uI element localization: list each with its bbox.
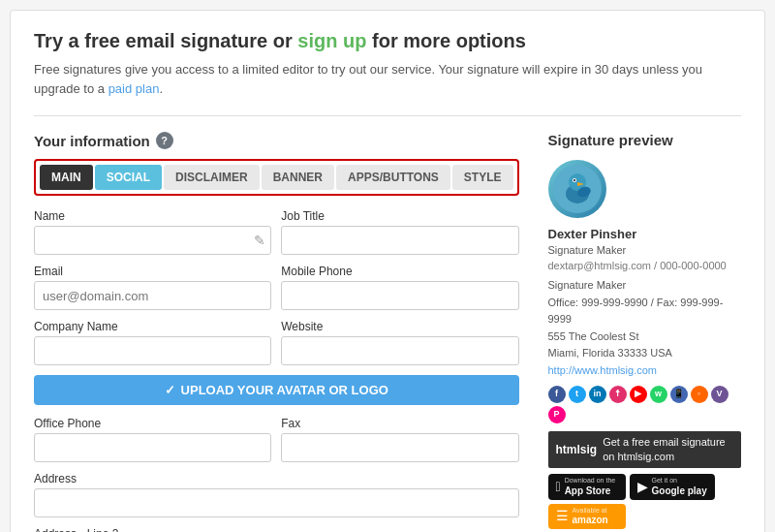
sig-title: Signature Maker (548, 243, 742, 258)
office-fax-row: Office Phone Fax (34, 417, 519, 462)
sig-htmlsig-banner[interactable]: htmlsig Get a free email signature on ht… (548, 431, 742, 469)
googleplay-badge[interactable]: ▶ Get it on Google play (630, 474, 715, 499)
tabs-wrapper: MAIN SOCIAL DISCLAIMER BANNER APPS/BUTTO… (34, 159, 519, 196)
name-group: Name ✎ (34, 209, 271, 255)
tab-banner[interactable]: BANNER (262, 165, 334, 190)
googleplay-icon: ▶ (637, 478, 648, 497)
sig-social-icons: f t in ☨ ▶ w 📱 ◦ V P (548, 386, 742, 423)
upload-avatar-button[interactable]: ✓ UPLOAD YOUR AVATAR OR LOGO (34, 375, 519, 405)
page-title: Try a free email signature or sign up fo… (34, 30, 741, 52)
name-input[interactable] (34, 226, 271, 255)
address-label: Address (34, 472, 519, 485)
amazon-badge[interactable]: ☰ Available at amazon (548, 504, 626, 529)
name-label: Name (34, 209, 271, 223)
company-website-row: Company Name Website (34, 320, 519, 365)
jobtitle-label: Job Title (281, 209, 518, 223)
mobile-group: Mobile Phone (281, 265, 518, 310)
social-vimeo-icon[interactable]: V (711, 386, 728, 403)
amazon-icon: ☰ (556, 507, 569, 526)
sig-name: Dexter Pinsher (548, 226, 742, 243)
social-facebook-icon[interactable]: f (548, 386, 566, 403)
email-label: Email (34, 265, 271, 278)
sig-address: 555 The Coolest St (548, 329, 742, 346)
banner-text: Get a free email signature on htmlsig.co… (603, 435, 733, 465)
appstore-text: Download on the App Store (565, 477, 616, 496)
bird-avatar-svg (553, 165, 602, 213)
company-input[interactable] (34, 336, 271, 365)
address-group: Address (34, 472, 519, 517)
website-input[interactable] (281, 336, 518, 365)
social-instagram-icon[interactable]: ☨ (609, 386, 627, 403)
sig-city: Miami, Florida 33333 USA (548, 345, 742, 362)
address-row: Address (34, 472, 519, 517)
address2-group: Address - Line 2 (34, 527, 519, 532)
upload-icon: ✓ (165, 383, 175, 397)
sig-avatar (548, 160, 606, 218)
sig-contact-email: dextarp@htmlsig.com / 000-000-0000 (548, 259, 742, 273)
email-mobile-row: Email Mobile Phone (34, 265, 519, 310)
address2-row: Address - Line 2 (34, 527, 519, 532)
help-icon[interactable]: ? (156, 132, 173, 149)
fax-group: Fax (281, 417, 518, 462)
paid-plan-link[interactable]: paid plan (108, 81, 160, 96)
social-twitter-icon[interactable]: t (569, 386, 586, 403)
sig-company-name: Signature Maker (548, 277, 742, 295)
fax-label: Fax (281, 417, 518, 430)
website-group: Website (281, 320, 518, 365)
social-linkedin-icon[interactable]: in (589, 386, 606, 403)
signup-link[interactable]: sign up (297, 30, 366, 51)
tab-main[interactable]: MAIN (40, 165, 93, 190)
address-input[interactable] (34, 488, 519, 517)
social-whatsapp-icon[interactable]: w (650, 386, 667, 403)
sig-company-details: Signature Maker Office: 999-999-9990 / F… (548, 277, 742, 380)
htmlsig-label: htmlsig (556, 442, 598, 458)
signature-preview-title: Signature preview (548, 132, 742, 148)
main-layout: Your information ? MAIN SOCIAL DISCLAIME… (34, 132, 741, 532)
mobile-label: Mobile Phone (281, 265, 518, 278)
page-description: Free signatures give you access to a lim… (34, 60, 741, 98)
signature-preview-box: Dexter Pinsher Signature Maker dextarp@h… (548, 160, 742, 532)
tab-disclaimer[interactable]: DISCLAIMER (164, 165, 260, 190)
appstore-badge[interactable]:  Download on the App Store (548, 474, 626, 499)
social-rss-icon[interactable]: ◦ (691, 386, 708, 403)
tab-apps[interactable]: APPS/BUTTONS (336, 165, 450, 190)
social-youtube-icon[interactable]: ▶ (630, 386, 647, 403)
left-panel: Your information ? MAIN SOCIAL DISCLAIME… (34, 132, 519, 532)
social-fb2-icon[interactable]: 📱 (670, 386, 688, 403)
jobtitle-input[interactable] (281, 226, 518, 255)
name-jobtitle-row: Name ✎ Job Title (34, 209, 519, 255)
email-group: Email (34, 265, 271, 310)
office-label: Office Phone (34, 417, 271, 430)
company-label: Company Name (34, 320, 271, 333)
jobtitle-group: Job Title (281, 209, 518, 255)
divider (34, 115, 741, 116)
your-info-title: Your information ? (34, 132, 519, 149)
company-group: Company Name (34, 320, 271, 365)
sig-office-fax: Office: 999-999-9990 / Fax: 999-999-9999 (548, 295, 742, 329)
address2-label: Address - Line 2 (34, 527, 519, 532)
sig-store-badges:  Download on the App Store ▶ Get it on … (548, 474, 742, 529)
edit-icon: ✎ (254, 233, 265, 248)
page-header: Try a free email signature or sign up fo… (34, 30, 741, 98)
fax-input[interactable] (281, 433, 518, 462)
social-pinterest-icon[interactable]: P (548, 406, 566, 423)
office-group: Office Phone (34, 417, 271, 462)
right-panel: Signature preview (539, 132, 742, 532)
svg-point-5 (574, 179, 575, 181)
googleplay-text: Get it on Google play (652, 477, 707, 496)
sig-website: http://www.htmlsig.com (548, 362, 742, 380)
office-input[interactable] (34, 433, 271, 462)
tab-style[interactable]: STYLE (452, 165, 513, 190)
apple-icon:  (556, 478, 561, 497)
page-container: Try a free email signature or sign up fo… (10, 10, 765, 532)
tab-social[interactable]: SOCIAL (95, 165, 162, 190)
website-label: Website (281, 320, 518, 333)
email-input[interactable] (34, 281, 271, 310)
name-input-wrapper: ✎ (34, 226, 271, 255)
amazon-text: Available at amazon (573, 507, 608, 526)
mobile-input[interactable] (281, 281, 518, 310)
